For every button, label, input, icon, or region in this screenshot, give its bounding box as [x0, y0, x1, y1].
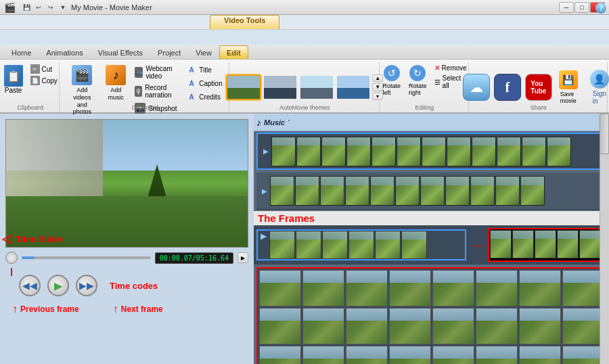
- qa-undo-btn[interactable]: ↩: [33, 2, 44, 13]
- microphone-icon: 🎙: [135, 86, 142, 97]
- frame-22: [495, 176, 520, 206]
- theme-4-preview: [337, 76, 369, 99]
- highlighted-track: ▶: [256, 229, 466, 260]
- right-scroll-area: ♪ Music ` ▶: [254, 114, 609, 364]
- frame-14: [295, 176, 319, 206]
- svg-rect-10: [337, 76, 369, 88]
- quick-access-toolbar: 💾 ↩ ↪ ▼: [21, 2, 68, 13]
- tab-view[interactable]: View: [188, 45, 219, 59]
- title-button[interactable]: A Title: [185, 64, 224, 76]
- onedrive-button[interactable]: ☁: [463, 74, 490, 101]
- frame-6: [397, 137, 421, 166]
- theme-3[interactable]: [299, 74, 334, 100]
- rotate-left-label: Rotateleft: [383, 83, 401, 96]
- v-scroll-thumb[interactable]: [600, 114, 609, 154]
- big-frame-10: [302, 308, 344, 344]
- copy-button[interactable]: 📄 Copy: [28, 75, 60, 86]
- main-content: ◁ Time Slider 00:00.07/05:16.64 ▶ ◀◀ ▶ ▶…: [0, 114, 609, 364]
- youtube-button[interactable]: YouTube: [525, 74, 552, 101]
- tab-visual-effects[interactable]: Visual Effects: [91, 45, 150, 59]
- remove-icon: ✕: [434, 64, 440, 72]
- control-labels: ↑ Previous frame ↑ Next frame: [5, 303, 248, 315]
- frame-8: [447, 137, 471, 166]
- sel-5: [579, 230, 601, 258]
- time-slider-knob[interactable]: [5, 252, 18, 264]
- tab-project[interactable]: Project: [150, 45, 188, 59]
- maximize-button[interactable]: □: [574, 2, 589, 13]
- add-music-icon: ♪: [106, 65, 126, 85]
- frame-11: [522, 137, 546, 166]
- paste-icon: 📋: [4, 65, 23, 87]
- vertical-scrollbar[interactable]: [600, 114, 609, 364]
- editing-group: ↺ Rotateleft ↻ Rotateright ✕ Remove ☰ Se…: [381, 62, 469, 112]
- qa-redo-btn[interactable]: ↪: [45, 2, 56, 13]
- big-frames-area: [256, 267, 606, 364]
- tab-edit[interactable]: Edit: [219, 45, 248, 59]
- play-button[interactable]: ▶: [47, 275, 69, 296]
- track-frames-1: [271, 137, 600, 166]
- theme-1-preview: [227, 76, 260, 99]
- clipboard-group: 📋 Paste ✂ Cut 📄 Copy Clipboard: [1, 62, 60, 112]
- cut-button[interactable]: ✂ Cut: [28, 64, 60, 74]
- rotate-right-icon: ↻: [409, 65, 426, 81]
- music-icon: ♪: [256, 117, 261, 128]
- frame-4: [346, 137, 371, 166]
- sign-in-icon: 👤: [590, 70, 609, 89]
- app-icon: 🎬: [4, 2, 16, 13]
- add-group-label: Clipboard: [61, 104, 228, 111]
- hf-5: [375, 231, 401, 259]
- rotate-left-icon: ↺: [384, 65, 400, 81]
- music-bar: ♪ Music `: [254, 114, 609, 131]
- qa-save-btn[interactable]: 💾: [21, 2, 32, 13]
- prev-frame-button[interactable]: ◀◀: [19, 275, 41, 296]
- facebook-button[interactable]: f: [494, 74, 521, 101]
- minimize-button[interactable]: ─: [559, 2, 574, 13]
- sel-1: [490, 230, 512, 258]
- time-slider-area: ◁ Time Slider 00:00.07/05:16.64 ▶: [5, 252, 248, 264]
- frame-5: [371, 137, 396, 166]
- window-title: My Movie - Movie Maker: [71, 3, 152, 12]
- record-narration-button[interactable]: 🎙 Record narration: [133, 83, 181, 100]
- big-frame-4: [389, 270, 431, 306]
- title-bar-left: 🎬 💾 ↩ ↪ ▼ My Movie - Movie Maker: [4, 2, 152, 13]
- hf-6: [401, 231, 427, 259]
- tab-home[interactable]: Home: [4, 45, 39, 59]
- record-narration-label: Record narration: [145, 84, 179, 99]
- frame-15: [320, 176, 344, 206]
- timecode-button[interactable]: ▶: [238, 252, 248, 263]
- add-music-label: Add music: [106, 87, 126, 101]
- cut-copy-buttons: ✂ Cut 📄 Copy: [28, 64, 60, 86]
- sel-4: [557, 230, 579, 258]
- caption-icon: A: [187, 78, 196, 88]
- caption-button[interactable]: A Caption: [185, 77, 224, 89]
- theme-1[interactable]: [226, 74, 261, 100]
- timeline-content: ♪ Music ` ▶: [254, 114, 609, 364]
- theme-2[interactable]: [263, 74, 298, 100]
- paste-button[interactable]: 📋 Paste: [1, 64, 26, 95]
- big-frame-12: [389, 308, 431, 344]
- credits-icon: A: [187, 92, 196, 101]
- frame-20: [445, 176, 470, 206]
- hf-4: [348, 231, 374, 259]
- sign-in-button[interactable]: 👤 Signin: [585, 67, 609, 108]
- rotate-right-button[interactable]: ↻ Rotateright: [406, 64, 430, 97]
- selected-frames-box: [488, 228, 606, 262]
- save-movie-button[interactable]: 💾 Savemovie: [556, 69, 581, 106]
- help-button[interactable]: ?: [595, 3, 606, 14]
- theme-4[interactable]: [336, 74, 371, 100]
- big-row-3: [259, 346, 604, 364]
- webcam-button[interactable]: 📹 Webcam video: [133, 64, 181, 81]
- automovie-group: ▲ ▼ ▾ AutoMovie themes: [231, 62, 380, 112]
- frame-9: [472, 137, 496, 166]
- caption-label: Caption: [199, 80, 222, 87]
- porch-decoration: [6, 120, 103, 247]
- time-slider-track[interactable]: [22, 256, 151, 259]
- tab-animations[interactable]: Animations: [39, 45, 90, 59]
- big-frame-22: [476, 346, 518, 364]
- next-frame-button[interactable]: ▶▶: [76, 275, 97, 296]
- credits-button[interactable]: A Credits: [185, 91, 224, 103]
- qa-dropdown-btn[interactable]: ▼: [58, 2, 68, 13]
- add-music-button[interactable]: ♪ Add music: [103, 64, 129, 103]
- play-indicator-1: ▶: [261, 146, 271, 157]
- rotate-left-button[interactable]: ↺ Rotateleft: [380, 64, 404, 97]
